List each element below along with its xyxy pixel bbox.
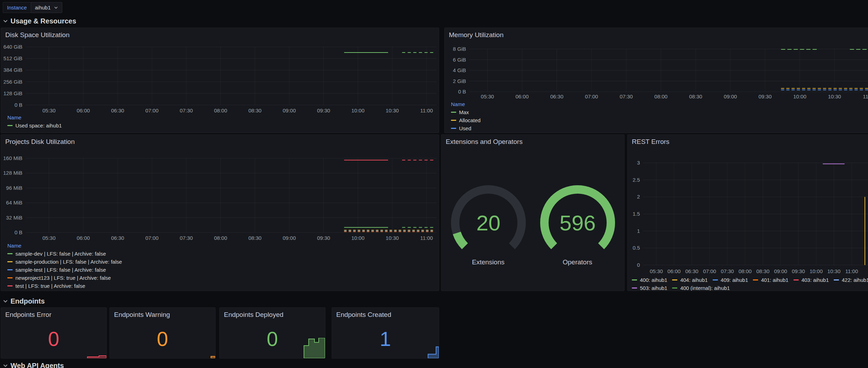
dashboard-controls: Instance aihub1 bbox=[0, 0, 868, 15]
svg-text:384 GiB: 384 GiB bbox=[3, 67, 22, 73]
svg-text:05:30: 05:30 bbox=[42, 235, 56, 241]
legend-color-swatch bbox=[7, 125, 13, 126]
svg-text:0 B: 0 B bbox=[458, 89, 466, 95]
chevron-down-icon bbox=[3, 19, 8, 24]
svg-text:07:00: 07:00 bbox=[146, 235, 159, 241]
legend-label: 404: aihub1 bbox=[680, 276, 707, 283]
legend-item[interactable]: test | LFS: true | Archive: false bbox=[7, 282, 122, 290]
instance-variable-value: aihub1 bbox=[35, 5, 51, 11]
panel-title[interactable]: Memory Utilization bbox=[449, 31, 503, 39]
svg-text:08:00: 08:00 bbox=[214, 235, 227, 241]
legend-item[interactable]: sample-production | LFS: false | Archive… bbox=[7, 258, 122, 266]
svg-text:07:00: 07:00 bbox=[146, 107, 159, 113]
svg-text:0 B: 0 B bbox=[14, 229, 22, 235]
legend-item[interactable]: 400 (internal): aihub1 bbox=[672, 284, 730, 291]
legend-item[interactable]: Used space: aihub1 bbox=[7, 121, 62, 130]
chart-legend: Name MaxAllocatedUsed bbox=[451, 100, 481, 132]
svg-text:06:00: 06:00 bbox=[516, 93, 529, 99]
legend-label: Used bbox=[459, 125, 471, 131]
legend-color-swatch bbox=[7, 285, 13, 286]
legend-item[interactable]: 400: aihub1 bbox=[632, 276, 667, 283]
svg-text:10:00: 10:00 bbox=[351, 235, 365, 241]
grafana-dashboard: Instance aihub1 Usage & Resources Disk S… bbox=[0, 0, 868, 368]
rest-errors-chart[interactable]: 32.521.510.5005:3006:0006:3007:0007:3008… bbox=[628, 135, 868, 278]
legend-color-swatch bbox=[7, 261, 13, 262]
panel-extensions-operators: Extensions and Operators 20 Extensions 5… bbox=[441, 134, 624, 291]
legend-color-swatch bbox=[672, 279, 677, 280]
legend-item[interactable]: 503: aihub1 bbox=[632, 284, 667, 291]
svg-text:06:00: 06:00 bbox=[77, 235, 90, 241]
svg-text:1: 1 bbox=[637, 228, 640, 234]
panel-endpoints-created: Endpoints Created 1 bbox=[332, 307, 439, 359]
svg-text:10:00: 10:00 bbox=[351, 107, 365, 113]
legend-label: sample-dev | LFS: false | Archive: false bbox=[15, 251, 106, 257]
legend-header-name[interactable]: Name bbox=[7, 242, 122, 250]
panel-title[interactable]: REST Errors bbox=[632, 138, 669, 146]
legend-label: newproject123 | LFS: true | Archive: fal… bbox=[15, 275, 111, 281]
svg-text:09:00: 09:00 bbox=[283, 107, 296, 113]
instance-variable-dropdown[interactable]: aihub1 bbox=[31, 2, 62, 13]
svg-text:07:30: 07:30 bbox=[721, 268, 734, 274]
panel-endpoints-deployed: Endpoints Deployed 0 bbox=[219, 307, 325, 359]
memory-chart[interactable]: 8 GiB6 GiB4 GiB2 GiB0 B05:3006:0006:3007… bbox=[445, 28, 868, 104]
svg-text:2 GiB: 2 GiB bbox=[453, 78, 466, 84]
legend-item[interactable]: sample-dev | LFS: false | Archive: false bbox=[7, 250, 122, 258]
panel-endpoints-warning: Endpoints Warning 0 bbox=[110, 307, 216, 359]
chevron-down-icon bbox=[3, 299, 8, 304]
panel-title[interactable]: Endpoints Created bbox=[336, 311, 391, 319]
panel-title[interactable]: Endpoints Error bbox=[5, 311, 51, 319]
svg-text:07:00: 07:00 bbox=[703, 268, 716, 274]
svg-text:09:00: 09:00 bbox=[774, 268, 787, 274]
legend-header-name[interactable]: Name bbox=[7, 113, 62, 121]
svg-text:32 MiB: 32 MiB bbox=[6, 215, 22, 221]
svg-text:11:00: 11:00 bbox=[845, 268, 858, 274]
legend-item[interactable]: 401: aihub1 bbox=[753, 276, 788, 283]
legend-label: 503: aihub1 bbox=[640, 284, 667, 291]
panel-title[interactable]: Endpoints Warning bbox=[114, 311, 170, 319]
svg-text:64 MiB: 64 MiB bbox=[6, 200, 22, 206]
gauges: 20 Extensions 596 Operators bbox=[442, 181, 624, 266]
disk-space-chart[interactable]: 640 GiB512 GiB384 GiB256 GiB128 GiB0 B05… bbox=[1, 28, 439, 118]
panel-title[interactable]: Disk Space Utilization bbox=[5, 31, 70, 39]
legend-item[interactable]: Allocated bbox=[451, 116, 481, 124]
svg-text:160 MiB: 160 MiB bbox=[3, 155, 22, 161]
svg-text:10:30: 10:30 bbox=[828, 93, 841, 99]
stat-value: 1 bbox=[332, 329, 439, 349]
legend-item[interactable]: Max bbox=[451, 108, 481, 116]
section-header-web-api-agents[interactable]: Web API Agents bbox=[3, 361, 64, 368]
panel-endpoints-error: Endpoints Error 0 bbox=[1, 307, 107, 359]
legend-item[interactable]: 422: aihub1 bbox=[834, 276, 868, 283]
section-title: Endpoints bbox=[10, 297, 45, 305]
legend-label: 400 (internal): aihub1 bbox=[680, 284, 730, 291]
svg-text:3: 3 bbox=[637, 160, 640, 166]
legend-item[interactable]: 409: aihub1 bbox=[713, 276, 748, 283]
chart-legend: Name sample-dev | LFS: false | Archive: … bbox=[7, 242, 122, 290]
panel-title[interactable]: Extensions and Operators bbox=[446, 138, 523, 146]
legend-color-swatch bbox=[713, 279, 718, 280]
legend-color-swatch bbox=[7, 269, 13, 270]
stat-value: 0 bbox=[220, 329, 325, 349]
panel-title[interactable]: Endpoints Deployed bbox=[224, 311, 283, 319]
chart-legend-row-2: 503: aihub1400 (internal): aihub1 bbox=[632, 283, 868, 291]
legend-item[interactable]: Used bbox=[451, 124, 481, 132]
panel-title[interactable]: Projects Disk Utilization bbox=[5, 138, 75, 146]
panel-memory-utilization: Memory Utilization 8 GiB6 GiB4 GiB2 GiB0… bbox=[444, 28, 868, 133]
svg-text:08:30: 08:30 bbox=[248, 235, 262, 241]
legend-color-swatch bbox=[672, 287, 677, 289]
svg-text:08:30: 08:30 bbox=[248, 107, 262, 113]
legend-item[interactable]: 404: aihub1 bbox=[672, 276, 707, 283]
svg-text:05:30: 05:30 bbox=[42, 107, 56, 113]
svg-text:11:00: 11:00 bbox=[420, 107, 433, 113]
svg-text:10:30: 10:30 bbox=[386, 235, 399, 241]
legend-item[interactable]: newproject123 | LFS: true | Archive: fal… bbox=[7, 274, 122, 282]
projects-disk-chart[interactable]: 160 MiB128 MiB96 MiB64 MiB32 MiB0 B05:30… bbox=[1, 135, 439, 245]
legend-item[interactable]: 403: aihub1 bbox=[793, 276, 829, 283]
section-title: Web API Agents bbox=[10, 362, 64, 368]
section-header-usage-resources[interactable]: Usage & Resources bbox=[3, 17, 76, 25]
legend-color-swatch bbox=[632, 279, 637, 280]
legend-label: 422: aihub1 bbox=[842, 276, 868, 283]
legend-header-name[interactable]: Name bbox=[451, 100, 481, 108]
legend-item[interactable]: sample-test | LFS: false | Archive: fals… bbox=[7, 266, 122, 274]
section-header-endpoints[interactable]: Endpoints bbox=[3, 297, 45, 305]
svg-text:06:30: 06:30 bbox=[111, 107, 124, 113]
